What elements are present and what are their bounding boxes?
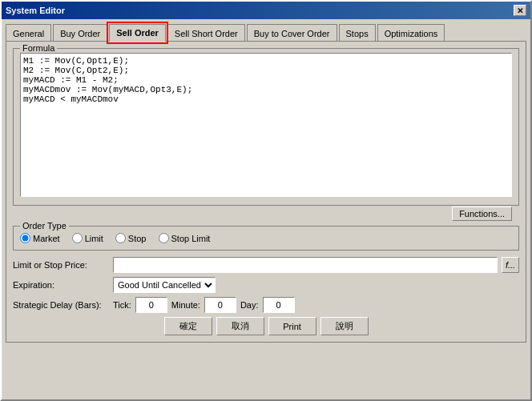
confirm-button[interactable]: 確定 — [164, 317, 212, 335]
limit-stop-price-row: Limit or Stop Price: f... — [13, 257, 519, 273]
limit-stop-price-label: Limit or Stop Price: — [13, 260, 109, 270]
radio-stop[interactable]: Stop — [115, 233, 147, 243]
tab-panel: Formula M1 := Mov(C,Opt1,E); M2 := Mov(C… — [6, 41, 526, 343]
main-content: General Buy Order Sell Order Sell Short … — [2, 19, 530, 347]
expiration-label: Expiration: — [13, 280, 109, 290]
tab-buy-order[interactable]: Buy Order — [53, 24, 107, 42]
functions-button[interactable]: Functions... — [452, 207, 512, 221]
strategic-delay-row: Strategic Delay (Bars): Tick: Minute: Da… — [13, 297, 519, 313]
formula-textarea[interactable]: M1 := Mov(C,Opt1,E); M2 := Mov(C,Opt2,E)… — [20, 53, 512, 197]
tab-optimizations[interactable]: Optimizations — [377, 24, 445, 42]
order-type-label: Order Type — [20, 221, 69, 231]
window-title: System Editor — [6, 6, 65, 15]
cancel-button[interactable]: 取消 — [216, 317, 264, 335]
minute-input[interactable] — [204, 297, 236, 313]
system-editor-window: System Editor ✕ General Buy Order Sell O… — [0, 0, 532, 401]
tab-general[interactable]: General — [6, 24, 51, 42]
day-input[interactable] — [263, 297, 295, 313]
tab-buy-to-cover-order[interactable]: Buy to Cover Order — [247, 24, 337, 42]
minute-label: Minute: — [171, 300, 200, 310]
tick-input[interactable] — [135, 297, 167, 313]
tab-sell-short-order[interactable]: Sell Short Order — [167, 24, 245, 42]
title-bar: System Editor ✕ — [2, 2, 530, 19]
tick-label: Tick: — [113, 300, 131, 310]
strategic-delay-label: Strategic Delay (Bars): — [13, 300, 109, 310]
expiration-row: Expiration: Good Until Cancelled Day GTC — [13, 277, 519, 293]
formula-group: Formula M1 := Mov(C,Opt1,E); M2 := Mov(C… — [13, 48, 519, 206]
footer-row: 確定 取消 Print 說明 — [13, 317, 519, 335]
radio-stop-limit[interactable]: Stop Limit — [159, 233, 211, 243]
tab-sell-order[interactable]: Sell Order — [109, 24, 166, 42]
radio-market[interactable]: Market — [20, 233, 60, 243]
help-button[interactable]: 說明 — [320, 317, 369, 335]
order-type-group: Order Type Market Limit Stop — [13, 226, 519, 251]
expiration-select[interactable]: Good Until Cancelled Day GTC — [113, 277, 216, 293]
limit-stop-price-input[interactable] — [113, 257, 498, 273]
tab-bar: General Buy Order Sell Order Sell Short … — [6, 23, 526, 41]
f-button[interactable]: f... — [502, 257, 519, 273]
radio-limit[interactable]: Limit — [72, 233, 103, 243]
order-type-radio-row: Market Limit Stop Stop Limit — [20, 233, 512, 243]
day-label: Day: — [240, 300, 259, 310]
close-button[interactable]: ✕ — [514, 5, 526, 16]
print-button[interactable]: Print — [268, 317, 316, 335]
tab-stops[interactable]: Stops — [339, 24, 376, 42]
formula-group-label: Formula — [20, 43, 57, 53]
